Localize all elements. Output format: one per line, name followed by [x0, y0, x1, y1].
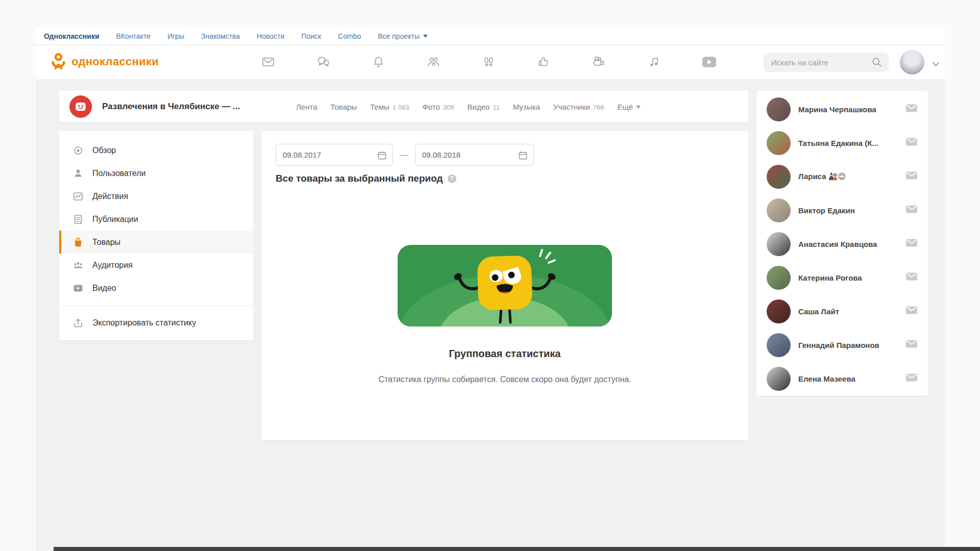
section-title-row: Все товары за выбранный период ? — [276, 173, 456, 184]
group-tab[interactable]: Лента — [296, 103, 317, 111]
message-icon[interactable] — [905, 373, 918, 384]
topnav-link[interactable]: Одноклассники — [44, 32, 100, 40]
topnav-link[interactable]: ВКонтакте — [116, 32, 151, 40]
group-tab[interactable]: Видео 11 — [468, 103, 500, 111]
topnav-link[interactable]: Новости — [257, 32, 284, 40]
member-row[interactable]: Виктор Едакин — [756, 193, 928, 227]
member-name: Елена Мазеева — [798, 374, 898, 383]
export-statistics-button[interactable]: Экспортировать статистику — [59, 311, 253, 334]
member-avatar[interactable] — [767, 97, 791, 121]
chevron-down-icon[interactable] — [932, 60, 940, 69]
calendar-icon[interactable] — [518, 151, 528, 162]
topnav-link[interactable]: Игры — [167, 32, 184, 40]
member-row[interactable]: Елена Мазеева — [756, 362, 928, 395]
empty-state-title: Групповая статистика — [261, 348, 748, 360]
topnav-link-all-projects[interactable]: Все проекты — [378, 32, 428, 40]
date-range: — — [276, 144, 534, 166]
video-calls-icon[interactable] — [591, 54, 607, 70]
member-row[interactable]: Катерина Рогова — [756, 261, 928, 294]
member-row[interactable]: Анастасия Кравцова — [756, 227, 928, 261]
date-to-field[interactable] — [415, 144, 534, 166]
group-tab[interactable]: Музыка — [513, 103, 540, 111]
member-avatar[interactable] — [767, 165, 791, 189]
message-icon[interactable] — [905, 272, 918, 283]
member-avatar[interactable] — [767, 333, 791, 357]
member-row[interactable]: Геннадий Парамонов — [756, 328, 928, 362]
group-tab-label: Товары — [331, 103, 357, 111]
message-icon[interactable] — [905, 306, 918, 317]
music-icon[interactable] — [646, 54, 662, 70]
date-from-input[interactable] — [276, 144, 393, 165]
calendar-icon[interactable] — [377, 151, 387, 162]
date-from-field[interactable] — [276, 144, 393, 166]
group-tab-label: Ещё — [617, 103, 633, 111]
member-avatar[interactable] — [767, 131, 791, 155]
group-tab[interactable]: Товары — [331, 103, 357, 111]
group-tab[interactable]: Темы 1 083 — [370, 103, 409, 111]
member-name: Виктор Едакин — [798, 206, 898, 215]
search-input[interactable] — [764, 53, 889, 72]
person-icon — [72, 168, 84, 179]
group-tab[interactable]: Участники 766 — [553, 103, 604, 111]
video-icon[interactable] — [701, 54, 717, 70]
ratings-icon[interactable] — [536, 54, 552, 70]
friends-icon[interactable] — [426, 54, 442, 70]
help-icon[interactable]: ? — [448, 174, 456, 183]
group-avatar[interactable] — [69, 95, 92, 118]
notifications-icon[interactable] — [371, 54, 386, 70]
activity-icon — [72, 191, 84, 202]
sidebar-item[interactable]: Публикации — [59, 208, 253, 231]
message-icon[interactable] — [905, 339, 918, 350]
site-search[interactable] — [764, 53, 889, 72]
member-avatar[interactable] — [767, 266, 791, 290]
member-avatar[interactable] — [767, 299, 791, 323]
member-row[interactable]: Марина Черпашкова — [756, 92, 928, 126]
sidebar-item[interactable]: Обзор — [59, 139, 253, 162]
message-icon[interactable] — [905, 137, 918, 148]
group-title[interactable]: Развлечения в Челябинске — ... — [102, 102, 240, 112]
member-name: Марина Черпашкова — [798, 105, 898, 114]
group-tab-count: 11 — [493, 104, 500, 111]
member-avatar[interactable] — [767, 367, 791, 391]
section-title: Все товары за выбранный период — [276, 173, 443, 184]
messages-icon[interactable] — [260, 54, 276, 70]
topnav-link[interactable]: Знакомства — [201, 32, 240, 40]
member-row[interactable]: Лариса 🎎😊 — [756, 160, 928, 193]
all-projects-label: Все проекты — [378, 32, 420, 40]
sidebar-item[interactable]: Действия — [59, 185, 253, 208]
sidebar-item-label: Аудитория — [92, 261, 133, 270]
logo-text: одноклассники — [71, 55, 159, 68]
bottom-edge-bar — [54, 547, 980, 551]
sidebar-item[interactable]: Видео — [59, 277, 253, 299]
group-tab-label: Темы — [370, 103, 389, 111]
user-avatar[interactable] — [900, 50, 924, 74]
topnav-link[interactable]: Поиск — [301, 32, 321, 40]
topnav-link[interactable]: Combo — [338, 32, 361, 40]
sidebar-item[interactable]: Товары — [59, 231, 253, 254]
member-row[interactable]: Саша Лайт — [756, 294, 928, 328]
group-tab[interactable]: Ещё — [617, 103, 641, 111]
group-tab[interactable]: Фото 309 — [422, 103, 454, 111]
message-icon[interactable] — [905, 171, 918, 182]
shopping-bag-icon — [72, 237, 84, 248]
message-icon[interactable] — [905, 238, 918, 249]
guests-icon[interactable] — [481, 54, 497, 70]
sidebar-item-label: Обзор — [92, 146, 116, 155]
member-avatar[interactable] — [767, 232, 791, 256]
export-statistics-label: Экспортировать статистику — [92, 318, 196, 328]
date-to-input[interactable] — [415, 144, 533, 165]
eye-icon — [72, 145, 84, 156]
message-icon[interactable] — [905, 104, 918, 115]
member-avatar[interactable] — [767, 198, 791, 222]
group-tab-count: 766 — [593, 104, 604, 111]
search-icon[interactable] — [871, 56, 883, 70]
discussions-icon[interactable] — [315, 54, 331, 70]
logo[interactable]: одноклассники — [49, 52, 159, 71]
sidebar-item[interactable]: Аудитория — [59, 254, 253, 277]
message-icon[interactable] — [905, 205, 918, 216]
sidebar-item[interactable]: Пользователи — [59, 162, 253, 185]
group-tab-label: Фото — [422, 103, 439, 111]
ok-logo-icon — [49, 52, 68, 71]
sidebar-item-label: Действия — [92, 192, 128, 201]
member-row[interactable]: Татьяна Едакина (К... — [756, 126, 928, 160]
